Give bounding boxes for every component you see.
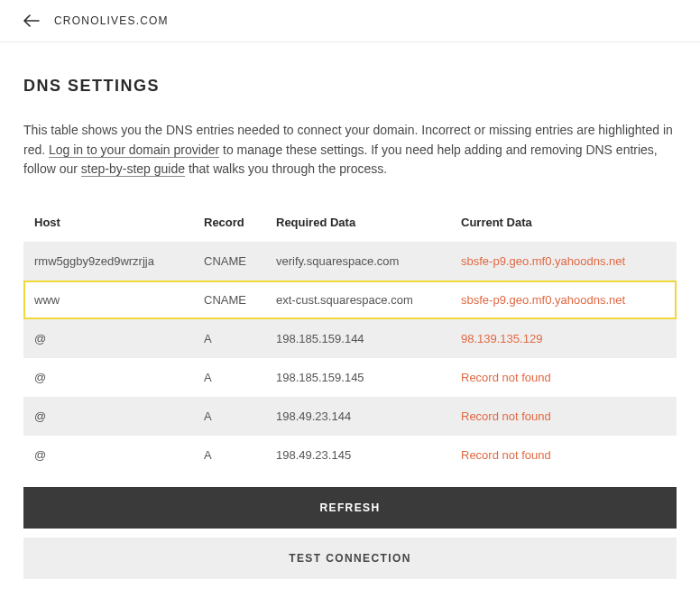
cell-host: @ xyxy=(23,436,195,474)
cell-required: 198.185.159.144 xyxy=(267,319,452,358)
cell-record: A xyxy=(195,436,267,474)
cell-current: 98.139.135.129 xyxy=(452,319,677,358)
cell-host: @ xyxy=(23,358,195,397)
cell-host: @ xyxy=(23,397,195,436)
col-host: Host xyxy=(23,203,195,242)
dns-table: Host Record Required Data Current Data r… xyxy=(23,203,677,474)
cell-required: 198.49.23.145 xyxy=(267,436,452,474)
test-connection-button[interactable]: TEST CONNECTION xyxy=(23,538,677,579)
cell-host: @ xyxy=(23,319,195,358)
cell-record: CNAME xyxy=(195,281,267,319)
back-arrow-icon[interactable] xyxy=(23,13,40,29)
table-row: @A198.185.159.145Record not found xyxy=(23,358,677,397)
col-required: Required Data xyxy=(267,203,452,242)
cell-record: A xyxy=(195,319,267,358)
content: DNS SETTINGS This table shows you the DN… xyxy=(0,42,700,606)
table-row: wwwCNAMEext-cust.squarespace.comsbsfe-p9… xyxy=(23,281,677,319)
table-row: @A198.49.23.144Record not found xyxy=(23,397,677,436)
cell-required: 198.49.23.144 xyxy=(267,397,452,436)
header-bar: CRONOLIVES.COM xyxy=(0,0,700,42)
table-row: rmw5ggby9zed9wrzrjjaCNAMEverify.squaresp… xyxy=(23,242,677,281)
cell-host: www xyxy=(23,281,195,319)
cell-required: verify.squarespace.com xyxy=(267,242,452,281)
cell-record: A xyxy=(195,358,267,397)
refresh-button[interactable]: REFRESH xyxy=(23,487,677,529)
table-header-row: Host Record Required Data Current Data xyxy=(23,203,677,242)
table-row: @A198.185.159.14498.139.135.129 xyxy=(23,319,677,358)
cell-current: Record not found xyxy=(452,436,677,474)
cell-required: 198.185.159.145 xyxy=(267,358,452,397)
cell-required: ext-cust.squarespace.com xyxy=(267,281,452,319)
cell-current: sbsfe-p9.geo.mf0.yahoodns.net xyxy=(452,242,677,281)
cell-current: Record not found xyxy=(452,397,677,436)
col-current: Current Data xyxy=(452,203,677,242)
intro-text-c: that walks you through the process. xyxy=(185,161,387,176)
domain-name: CRONOLIVES.COM xyxy=(54,14,169,27)
page-title: DNS SETTINGS xyxy=(23,77,677,96)
cell-record: CNAME xyxy=(195,242,267,281)
cell-host: rmw5ggby9zed9wrzrjja xyxy=(23,242,195,281)
intro-text: This table shows you the DNS entries nee… xyxy=(23,121,673,179)
col-record: Record xyxy=(195,203,267,242)
login-provider-link[interactable]: Log in to your domain provider xyxy=(49,143,219,158)
cell-current: Record not found xyxy=(452,358,677,397)
cell-record: A xyxy=(195,397,267,436)
guide-link[interactable]: step-by-step guide xyxy=(81,161,185,177)
table-row: @A198.49.23.145Record not found xyxy=(23,436,677,474)
cell-current: sbsfe-p9.geo.mf0.yahoodns.net xyxy=(452,281,677,319)
